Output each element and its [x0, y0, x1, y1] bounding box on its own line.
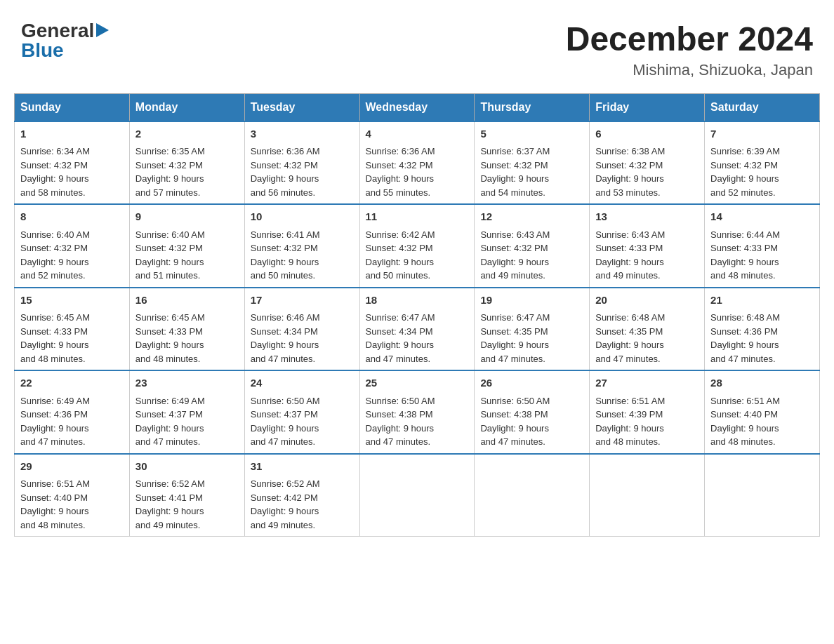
table-row: [359, 454, 475, 537]
sunset-info: Sunset: 4:33 PM: [135, 325, 239, 339]
daylight-minutes: and 47 minutes.: [710, 352, 814, 366]
daylight-info: Daylight: 9 hours: [135, 172, 239, 186]
col-wednesday: Wednesday: [359, 93, 475, 121]
day-number: 7: [710, 126, 814, 142]
day-number: 4: [366, 126, 469, 142]
sunrise-info: Sunrise: 6:39 AM: [710, 145, 814, 159]
sunset-info: Sunset: 4:32 PM: [251, 241, 354, 255]
day-number: 18: [366, 293, 469, 309]
sunset-info: Sunset: 4:40 PM: [20, 491, 124, 505]
day-number: 28: [710, 375, 814, 391]
daylight-info: Daylight: 9 hours: [135, 422, 239, 436]
daylight-minutes: and 53 minutes.: [595, 186, 699, 200]
sunset-info: Sunset: 4:32 PM: [135, 241, 239, 255]
day-number: 5: [480, 126, 583, 142]
day-number: 25: [366, 375, 469, 391]
table-row: [705, 454, 820, 537]
day-number: 2: [135, 126, 239, 142]
calendar-table: Sunday Monday Tuesday Wednesday Thursday…: [14, 93, 820, 537]
sunrise-info: Sunrise: 6:51 AM: [20, 477, 124, 491]
sunset-info: Sunset: 4:34 PM: [251, 325, 354, 339]
sunrise-info: Sunrise: 6:42 AM: [366, 228, 469, 242]
table-row: 22Sunrise: 6:49 AMSunset: 4:36 PMDayligh…: [15, 370, 130, 454]
daylight-info: Daylight: 9 hours: [480, 255, 583, 269]
daylight-info: Daylight: 9 hours: [251, 504, 354, 518]
daylight-info: Daylight: 9 hours: [710, 422, 814, 436]
sunrise-info: Sunrise: 6:35 AM: [135, 145, 239, 159]
table-row: 6Sunrise: 6:38 AMSunset: 4:32 PMDaylight…: [590, 121, 705, 205]
table-row: 4Sunrise: 6:36 AMSunset: 4:32 PMDaylight…: [359, 121, 475, 205]
day-number: 6: [595, 126, 699, 142]
logo: General Blue: [21, 21, 109, 60]
daylight-info: Daylight: 9 hours: [251, 338, 354, 352]
table-row: 24Sunrise: 6:50 AMSunset: 4:37 PMDayligh…: [244, 370, 359, 454]
daylight-minutes: and 57 minutes.: [135, 186, 239, 200]
sunrise-info: Sunrise: 6:49 AM: [135, 394, 239, 408]
table-row: 27Sunrise: 6:51 AMSunset: 4:39 PMDayligh…: [590, 370, 705, 454]
daylight-info: Daylight: 9 hours: [595, 172, 699, 186]
daylight-info: Daylight: 9 hours: [251, 172, 354, 186]
sunrise-info: Sunrise: 6:51 AM: [710, 394, 814, 408]
sunrise-info: Sunrise: 6:38 AM: [595, 145, 699, 159]
daylight-info: Daylight: 9 hours: [135, 338, 239, 352]
daylight-info: Daylight: 9 hours: [135, 255, 239, 269]
sunrise-info: Sunrise: 6:45 AM: [135, 311, 239, 325]
table-row: 29Sunrise: 6:51 AMSunset: 4:40 PMDayligh…: [15, 454, 130, 537]
calendar-subtitle: Mishima, Shizuoka, Japan: [566, 61, 813, 79]
table-row: [590, 454, 705, 537]
col-thursday: Thursday: [475, 93, 590, 121]
sunrise-info: Sunrise: 6:51 AM: [595, 394, 699, 408]
logo-general-text: General: [21, 21, 94, 41]
daylight-minutes: and 47 minutes.: [251, 435, 354, 449]
daylight-info: Daylight: 9 hours: [595, 255, 699, 269]
table-row: [475, 454, 590, 537]
daylight-minutes: and 52 minutes.: [710, 186, 814, 200]
daylight-minutes: and 48 minutes.: [710, 269, 814, 283]
col-saturday: Saturday: [705, 93, 820, 121]
col-sunday: Sunday: [15, 93, 130, 121]
day-number: 11: [366, 209, 469, 225]
sunset-info: Sunset: 4:33 PM: [595, 241, 699, 255]
daylight-info: Daylight: 9 hours: [710, 255, 814, 269]
day-number: 13: [595, 209, 699, 225]
daylight-minutes: and 56 minutes.: [251, 186, 354, 200]
sunrise-info: Sunrise: 6:50 AM: [480, 394, 583, 408]
sunset-info: Sunset: 4:36 PM: [20, 408, 124, 422]
sunrise-info: Sunrise: 6:40 AM: [20, 228, 124, 242]
daylight-minutes: and 47 minutes.: [480, 435, 583, 449]
day-number: 23: [135, 375, 239, 391]
sunset-info: Sunset: 4:41 PM: [135, 491, 239, 505]
day-number: 16: [135, 293, 239, 309]
sunrise-info: Sunrise: 6:48 AM: [710, 311, 814, 325]
daylight-minutes: and 48 minutes.: [135, 352, 239, 366]
sunset-info: Sunset: 4:33 PM: [710, 241, 814, 255]
sunrise-info: Sunrise: 6:36 AM: [366, 145, 469, 159]
table-row: 23Sunrise: 6:49 AMSunset: 4:37 PMDayligh…: [129, 370, 244, 454]
day-number: 27: [595, 375, 699, 391]
sunrise-info: Sunrise: 6:41 AM: [251, 228, 354, 242]
daylight-info: Daylight: 9 hours: [366, 255, 469, 269]
sunset-info: Sunset: 4:32 PM: [595, 159, 699, 173]
daylight-minutes: and 47 minutes.: [595, 352, 699, 366]
day-number: 1: [20, 126, 124, 142]
day-number: 19: [480, 293, 583, 309]
svg-marker-0: [96, 23, 109, 37]
day-number: 30: [135, 459, 239, 475]
table-row: 11Sunrise: 6:42 AMSunset: 4:32 PMDayligh…: [359, 204, 475, 288]
day-number: 20: [595, 293, 699, 309]
sunrise-info: Sunrise: 6:52 AM: [135, 477, 239, 491]
page-header: General Blue December 2024 Mishima, Shiz…: [14, 14, 820, 79]
sunset-info: Sunset: 4:38 PM: [366, 408, 469, 422]
sunrise-info: Sunrise: 6:48 AM: [595, 311, 699, 325]
calendar-week-row: 8Sunrise: 6:40 AMSunset: 4:32 PMDaylight…: [15, 204, 820, 288]
daylight-info: Daylight: 9 hours: [710, 338, 814, 352]
calendar-week-row: 15Sunrise: 6:45 AMSunset: 4:33 PMDayligh…: [15, 288, 820, 371]
day-number: 21: [710, 293, 814, 309]
daylight-minutes: and 52 minutes.: [20, 269, 124, 283]
daylight-info: Daylight: 9 hours: [366, 338, 469, 352]
sunrise-info: Sunrise: 6:43 AM: [595, 228, 699, 242]
day-number: 9: [135, 209, 239, 225]
day-number: 3: [251, 126, 354, 142]
table-row: 8Sunrise: 6:40 AMSunset: 4:32 PMDaylight…: [15, 204, 130, 288]
daylight-minutes: and 47 minutes.: [20, 435, 124, 449]
